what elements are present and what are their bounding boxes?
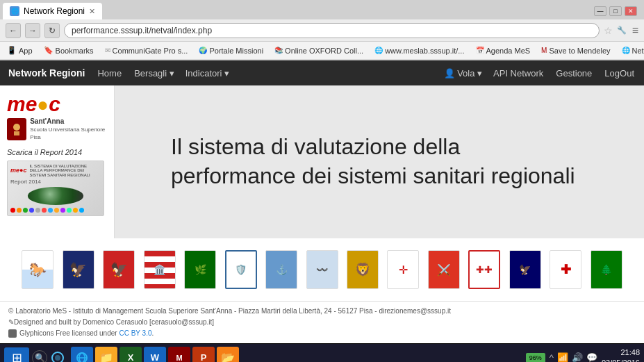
report-visual [28,187,83,204]
close-button[interactable]: ✕ [625,6,637,16]
region-logo-sardegna: ✚✚ [468,249,501,290]
bookmark-agenda[interactable]: 📅 Agenda MeS [473,45,534,56]
tab-title: Network Regioni [24,6,85,16]
color-dot [17,208,22,213]
bookmark-bookmarks[interactable]: 🔖 Bookmarks [41,44,97,56]
battery-indicator: 96% [526,353,545,363]
nav-home[interactable]: Home [96,65,123,81]
taskbar: ⊞ 🔍 📁 X W M P 📂 96% ^ 📶 🔊 💬 21:48 03/05/… [0,343,644,362]
nav-user-label: Vola ▾ [457,68,482,79]
back-button[interactable]: ← [6,23,21,38]
taskbar-app-excel[interactable]: X [119,347,142,363]
system-tray: ^ 📶 🔊 💬 [550,352,597,362]
bookmark-apps[interactable]: 📱 App [4,44,35,56]
logo-c: c [49,92,60,115]
tab-close-button[interactable]: ✕ [89,7,95,16]
maximize-button[interactable]: □ [609,6,622,16]
mes-logo: me●c [7,94,107,115]
nav-api[interactable]: API Network [492,65,545,81]
footer-text1: © Laboratorio MeS - Istituto di Manageme… [8,306,636,317]
bookmark-meslab1[interactable]: 🌐 www.meslab.sssup.it/... [372,45,467,56]
nav-indicatori[interactable]: Indicatori ▾ [185,68,229,79]
logo-me: me [7,92,37,115]
color-dot [35,208,40,213]
bookmark-oxford[interactable]: 📚 Online OXFORD Coll... [272,45,366,56]
cc-link[interactable]: CC BY 3.0 [119,329,151,337]
tray-network[interactable]: 📶 [557,352,568,362]
bookmark-label: App [19,47,33,55]
taskbar-search-button[interactable]: 🔍 [32,350,47,363]
sidebar: me●c Sant'Anna Scuola Universitaria Supe… [0,85,115,238]
report-year: Report 2014 [10,179,41,185]
region-logo-veneto: 〰️ [305,249,338,290]
content-row: me●c Sant'Anna Scuola Universitaria Supe… [0,85,644,238]
taskbar-right: 96% ^ 📶 🔊 💬 21:48 03/05/2016 [526,347,640,362]
url-text: performance.sssup.it/netval/index.php [72,26,212,35]
taskbar-app-word[interactable]: W [144,347,166,363]
tray-chevron[interactable]: ^ [550,352,554,362]
svg-rect-2 [14,131,19,135]
nav-bersagli[interactable]: Bersagli ▾ [134,68,174,79]
nav-right: 👤 Vola ▾ API Network Gestione LogOut [444,65,636,81]
bookmark-network[interactable]: 🌐 Network Regioni [619,45,644,56]
address-bar: ← → ↻ performance.sssup.it/netval/index.… [0,19,644,42]
color-dot [54,208,59,213]
window-controls: — □ ✕ [594,6,641,16]
bookmark-label: Portale Missioni [209,47,263,55]
bookmark-label: Network Regioni [632,47,644,55]
nav-logout[interactable]: LogOut [603,65,636,81]
start-button[interactable]: ⊞ [4,347,29,363]
region-logo-cross: ✚ [549,249,582,290]
tray-volume[interactable]: 🔊 [572,352,583,362]
report-link[interactable]: Scarica il Report 2014 [7,148,107,156]
bookmark-mendeley[interactable]: M Save to Mendeley [538,45,613,56]
taskbar-clock[interactable]: 21:48 03/05/2016 [602,347,640,362]
extensions-icon[interactable]: 🔧 [617,26,627,35]
tab-favicon: 🌐 [10,6,19,16]
bookmark-label: Bookmarks [56,47,94,55]
bookmark-label: www.meslab.sssup.it/... [385,47,464,55]
taskbar-app-file[interactable]: 📁 [95,347,117,363]
taskbar-app-ppt[interactable]: P [192,347,215,363]
clock-time: 21:48 [602,347,640,357]
bookmark-communigate[interactable]: ✉ CommuniGate Pro s... [102,45,191,56]
nav-user-menu[interactable]: 👤 Vola ▾ [444,68,482,79]
cortana-button[interactable] [50,350,65,363]
chrome-menu-button[interactable]: ≡ [632,24,638,37]
site-navbar: Network Regioni Home Bersagli ▾ Indicato… [0,60,644,85]
region-logos-row: 🐎 🦅 🦅 🏛️ 🌿 🛡️ ⚓ 〰️ 🦁 [0,238,644,301]
nav-gestione[interactable]: Gestione [554,65,593,81]
main-content: me●c Sant'Anna Scuola Universitaria Supe… [0,85,644,343]
report-thumbnail[interactable]: me●c IL SISTEMA DI VALUTAZIONE DELLA PER… [7,161,104,216]
bookmark-label: Save to Mendeley [549,47,610,55]
site-brand: Network Regioni [8,67,85,79]
footer-glyphicons: Glyphicons Free licensed under CC BY 3.0… [8,328,636,339]
minimize-button[interactable]: — [594,6,606,16]
hero-text: Il sistema di valutazione della performa… [143,112,616,211]
region-logo-liguria: ⚓ [265,249,298,290]
color-dot [42,208,47,213]
report-color-bar [10,208,84,213]
url-input[interactable]: performance.sssup.it/netval/index.php [64,23,600,38]
forward-button[interactable]: → [25,23,40,38]
report-subtitle-sm: IL SISTEMA DI VALUTAZIONE DELLA PERFORMA… [29,164,101,178]
bookmark-portale[interactable]: 🌍 Portale Missioni [196,45,266,56]
region-logo-calabria: 🌲 [590,249,623,290]
tray-notify[interactable]: 💬 [586,352,597,362]
taskbar-app-agent[interactable]: M [168,347,190,363]
browser-tab[interactable]: 🌐 Network Regioni ✕ [3,3,102,19]
region-logo-emilia: ⚔️ [427,249,461,290]
battery-pct: 96% [529,354,542,361]
region-logo-piemonte: 🦁 [346,249,379,290]
taskbar-app-ie[interactable] [71,347,93,363]
reload-button[interactable]: ↻ [44,23,60,38]
sant-anna-badge: Sant'Anna Scuola Universitaria Superiore… [7,117,107,141]
bookmark-label: Agenda MeS [486,47,531,55]
svg-point-1 [13,124,20,131]
taskbar-app-folder2[interactable]: 📂 [217,347,239,363]
region-logo-aosta: 🛡️ [224,249,257,290]
footer: © Laboratorio MeS - Istituto di Manageme… [0,301,644,343]
color-dot [73,208,78,213]
bookmark-star[interactable]: ☆ [604,25,613,36]
region-logo-trento: 🦅 [102,249,135,290]
